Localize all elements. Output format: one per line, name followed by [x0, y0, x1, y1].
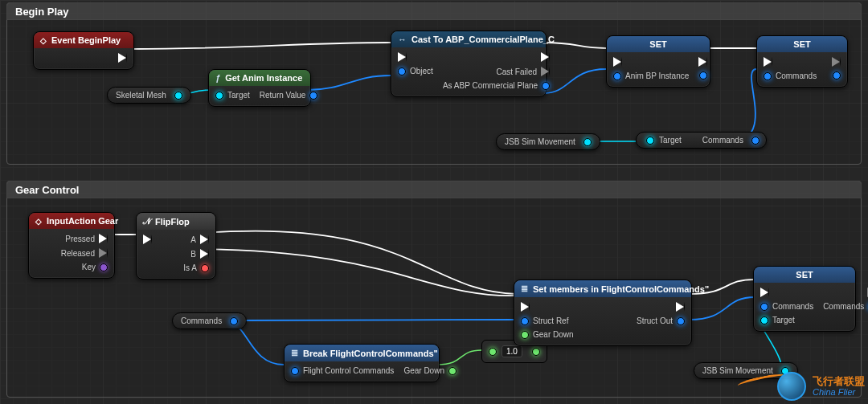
var-label: Commands: [181, 316, 222, 325]
pin-out[interactable]: [174, 92, 182, 100]
pin-commands[interactable]: Commands: [764, 71, 817, 80]
var-label: JSB Sim Movement: [702, 366, 773, 375]
cast-icon: [398, 35, 407, 44]
pin-in-a[interactable]: [489, 348, 497, 356]
node-event-begin-play[interactable]: Event BeginPlay: [33, 31, 134, 70]
node-title: Get Anim Instance: [225, 73, 302, 83]
pin-exec-out[interactable]: [541, 52, 550, 62]
event-icon: [35, 216, 42, 226]
pin-gear-down[interactable]: Gear Down: [521, 330, 574, 339]
pin-is-a[interactable]: Is A: [183, 263, 209, 272]
watermark-logo: 飞行者联盟 China Flier: [777, 372, 865, 401]
pin-commands-label: Commands: [702, 136, 743, 145]
pin-object[interactable]: Object: [398, 67, 433, 75]
default-value[interactable]: 1.0: [502, 345, 522, 357]
pin-target-label: Target: [659, 136, 682, 145]
node-cast-abp[interactable]: Cast To ABP_CommercialPlane_C Object Cas…: [391, 31, 547, 97]
pin-exec-in[interactable]: [398, 52, 433, 62]
var-label: JSB Sim Movement: [505, 137, 575, 146]
var-label: Skeletal Mesh: [116, 91, 166, 100]
comment-section-gear-control[interactable]: Gear Control InputAction Gear Pressed Re…: [6, 181, 862, 398]
pin-b[interactable]: B: [190, 249, 209, 259]
pin-released[interactable]: Released: [61, 248, 108, 258]
comment-title[interactable]: Gear Control: [6, 181, 862, 198]
pin-flight-control-commands[interactable]: Flight Control Commands: [291, 366, 394, 375]
node-var-jsb-sim-movement[interactable]: JSB Sim Movement: [496, 133, 600, 150]
pin-target[interactable]: Target: [215, 91, 250, 100]
comment-title[interactable]: Begin Play: [6, 2, 862, 20]
node-get-anim-instance[interactable]: Get Anim Instance Target Return Value: [208, 69, 311, 107]
event-icon: [40, 35, 47, 45]
pin-commands[interactable]: [751, 137, 760, 145]
pin-exec-in[interactable]: [143, 235, 152, 244]
pin-struct-out[interactable]: Struct Out: [637, 316, 685, 325]
watermark-cn: 飞行者联盟: [813, 376, 865, 387]
pin-cast-failed[interactable]: Cast Failed: [497, 67, 551, 76]
pin-exec-out[interactable]: [118, 53, 127, 63]
pin-exec-out[interactable]: [676, 302, 685, 312]
pin-target[interactable]: [646, 137, 654, 145]
node-set-commands[interactable]: SET Commands: [756, 35, 848, 88]
comment-section-begin-play[interactable]: Begin Play Event BeginPlay Skeletal Mesh: [6, 2, 862, 165]
pin-anim-bp-instance[interactable]: Anim BP Instance: [613, 71, 689, 80]
node-inputaction-gear[interactable]: InputAction Gear Pressed Released Key: [28, 212, 115, 279]
node-title: Break FlightControlCommands": [303, 349, 438, 358]
node-flipflop[interactable]: FlipFlop A B Is A: [136, 212, 216, 280]
pin-as-abp[interactable]: As ABP Commercial Plane: [443, 81, 550, 90]
pin-out[interactable]: [230, 317, 238, 325]
pin-commands-in[interactable]: Commands: [760, 302, 813, 311]
macro-icon: [143, 216, 150, 226]
pin-gear-down[interactable]: Gear Down: [403, 366, 457, 375]
node-title: Cast To ABP_CommercialPlane_C: [411, 35, 555, 44]
node-title: SET: [796, 270, 813, 280]
pin-out[interactable]: [532, 348, 540, 356]
pin-value-out[interactable]: [833, 71, 841, 80]
pin-exec-in[interactable]: [760, 288, 813, 297]
pin-exec-in[interactable]: [521, 302, 574, 312]
pin-out[interactable]: [583, 138, 592, 146]
pin-struct-ref[interactable]: Struct Ref: [521, 316, 574, 325]
pin-exec-in[interactable]: [613, 57, 689, 67]
node-set-anim-bp-instance[interactable]: SET Anim BP Instance: [606, 35, 710, 88]
node-break-flight-control-commands[interactable]: Break FlightControlCommands" Flight Cont…: [284, 344, 440, 382]
pin-commands-out[interactable]: Commands: [823, 302, 868, 311]
break-icon: [291, 348, 298, 358]
pin-value-out[interactable]: [699, 71, 707, 80]
pin-exec-out[interactable]: [698, 57, 707, 67]
node-var-commands[interactable]: Commands: [172, 312, 247, 329]
pin-exec-out[interactable]: [832, 57, 841, 67]
pin-return-value[interactable]: Return Value: [260, 91, 318, 100]
node-get-commands-from-jsb[interactable]: Target Commands: [636, 132, 767, 149]
pin-pressed[interactable]: Pressed: [65, 234, 108, 243]
node-title: Set members in FlightControlCommands": [533, 284, 709, 294]
node-set-members-fcc[interactable]: Set members in FlightControlCommands" St…: [514, 280, 692, 346]
node-title: SET: [649, 39, 666, 49]
node-var-skeletal-mesh[interactable]: Skeletal Mesh: [107, 87, 191, 104]
struct-icon: [521, 284, 528, 294]
pin-exec-in[interactable]: [764, 57, 817, 67]
pin-target[interactable]: Target: [760, 316, 813, 324]
node-title: InputAction Gear: [47, 216, 118, 226]
node-title: Event BeginPlay: [51, 35, 121, 45]
function-icon: [215, 73, 220, 83]
node-title: FlipFlop: [155, 217, 190, 226]
pin-key[interactable]: Key: [82, 263, 108, 271]
watermark-en: China Flier: [813, 387, 865, 397]
pin-a[interactable]: A: [190, 235, 209, 244]
node-title: SET: [793, 39, 810, 49]
node-set-commands-2[interactable]: SET Commands Target Commands: [753, 266, 856, 332]
